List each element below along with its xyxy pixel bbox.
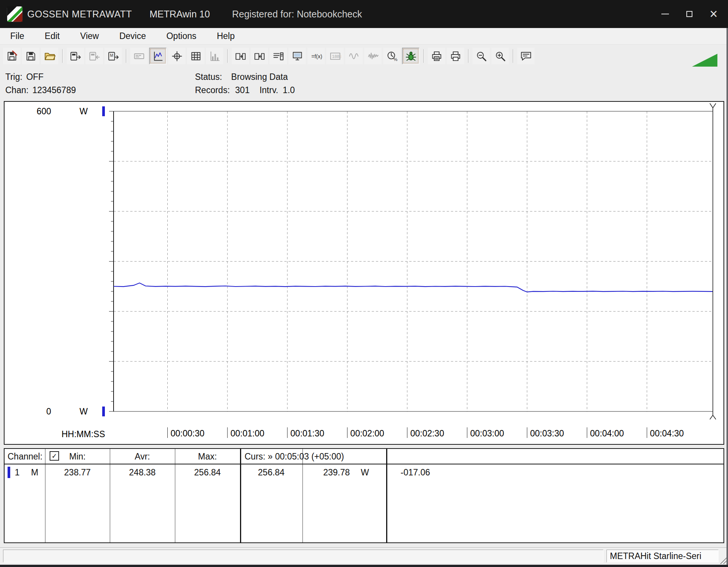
display-values-button[interactable] bbox=[130, 48, 148, 64]
close-button[interactable]: × bbox=[701, 0, 726, 28]
send-icon bbox=[235, 50, 246, 62]
floppy-icon bbox=[25, 50, 37, 62]
settings-list-icon bbox=[273, 50, 284, 62]
device-arrow-in-icon bbox=[89, 50, 100, 62]
debug-trigger-button[interactable] bbox=[402, 48, 419, 64]
read-from-device-button[interactable] bbox=[251, 48, 268, 64]
minimize-button[interactable] bbox=[653, 0, 677, 28]
svg-text:600: 600 bbox=[37, 106, 51, 116]
device-display-button[interactable]: 188.8 bbox=[326, 48, 344, 64]
menu-options[interactable]: Options bbox=[156, 28, 206, 44]
import-from-device-button[interactable] bbox=[86, 48, 103, 64]
bars-icon bbox=[209, 50, 221, 62]
trig-value: OFF bbox=[26, 72, 44, 82]
records-label: Records: bbox=[195, 85, 230, 95]
noise-waveform-button[interactable] bbox=[364, 48, 382, 64]
curve-view-button[interactable] bbox=[149, 48, 167, 64]
menu-device[interactable]: Device bbox=[109, 28, 156, 44]
save-button[interactable] bbox=[3, 48, 20, 64]
folder-open-icon bbox=[44, 50, 56, 62]
trigger-channel-block: Trig: OFF Chan: 123456789 bbox=[5, 70, 76, 97]
panel-icon: 188.8 bbox=[329, 50, 341, 62]
min-header: Min: bbox=[45, 452, 110, 462]
send-to-device-button[interactable] bbox=[232, 48, 249, 64]
bar-graph-view-button[interactable] bbox=[206, 48, 223, 64]
channel-number: 1 bbox=[15, 467, 20, 478]
channel-color-marker bbox=[8, 467, 10, 478]
fx-icon: =f(x) bbox=[310, 50, 322, 62]
y-axis-bottom-marker bbox=[102, 407, 105, 416]
column-separator-thick bbox=[240, 449, 241, 542]
column-separator bbox=[45, 449, 45, 542]
svg-text:=f(x): =f(x) bbox=[311, 53, 322, 59]
trig-label: Trig: bbox=[5, 72, 22, 82]
max-header: Max: bbox=[175, 452, 240, 462]
cursor-b-value: 239.78 bbox=[302, 467, 350, 478]
column-separator bbox=[110, 449, 110, 542]
axis-labels: 600W0WHH:MM:SS00:00:3000:01:0000:01:3000… bbox=[37, 106, 684, 439]
maximize-button[interactable] bbox=[677, 0, 701, 28]
maximize-icon bbox=[686, 11, 692, 17]
channel-header: Channel: bbox=[8, 452, 42, 462]
cursor-header: Curs: » 00:05:03 (+05:00) bbox=[245, 452, 344, 462]
toolbar-separator bbox=[513, 49, 514, 63]
toolbar-separator bbox=[62, 49, 63, 63]
online-monitor-button[interactable] bbox=[288, 48, 306, 64]
bug-icon bbox=[405, 50, 417, 62]
menu-view[interactable]: View bbox=[70, 28, 109, 44]
waveform-button[interactable] bbox=[345, 48, 363, 64]
annotation-button[interactable] bbox=[517, 48, 535, 64]
cursor-a-value: 256.84 bbox=[240, 467, 302, 478]
menu-file[interactable]: File bbox=[0, 28, 34, 44]
zoom-out-button[interactable] bbox=[472, 48, 490, 64]
avr-value: 248.38 bbox=[110, 467, 175, 478]
readout-table: Channel: ✓ Min: Avr: Max: Curs: » 00:05:… bbox=[4, 448, 724, 543]
header-separator bbox=[5, 464, 723, 464]
chart-svg[interactable]: 600W0WHH:MM:SS00:00:3000:01:0000:01:3000… bbox=[5, 102, 723, 444]
export-memory-button[interactable]: M bbox=[104, 48, 122, 64]
device-settings-button[interactable] bbox=[270, 48, 287, 64]
zoom-in-button[interactable] bbox=[491, 48, 509, 64]
grid-lines bbox=[114, 111, 713, 411]
cursor-unit: W bbox=[361, 467, 369, 478]
records-value: 301 bbox=[235, 85, 249, 95]
minimize-icon bbox=[661, 14, 669, 14]
svg-text:W: W bbox=[80, 407, 88, 416]
open-button[interactable] bbox=[41, 48, 58, 64]
save-as-button[interactable] bbox=[22, 48, 39, 64]
cursor-bottom-handle bbox=[710, 411, 716, 419]
interval-label: Intrv. bbox=[259, 85, 278, 95]
device-name: METRAHit Starline-Seri bbox=[610, 551, 701, 561]
speech-bubble-icon bbox=[520, 50, 532, 62]
print-button[interactable] bbox=[447, 48, 464, 64]
svg-text:00:02:00: 00:02:00 bbox=[350, 428, 384, 438]
sine-icon bbox=[348, 50, 360, 62]
window-edge-bottom bbox=[0, 565, 728, 567]
menu-help[interactable]: Help bbox=[207, 28, 245, 44]
status-bar: METRAHit Starline-Seri bbox=[0, 547, 728, 565]
registration-text: Registered for: Notebookcheck bbox=[232, 0, 362, 28]
crosshair-icon bbox=[171, 50, 183, 62]
svg-text:00:04:30: 00:04:30 bbox=[650, 428, 684, 438]
table-view-button[interactable] bbox=[187, 48, 204, 64]
window-edge-right bbox=[726, 28, 728, 567]
device-arrow-out-icon bbox=[70, 50, 81, 62]
vendor-name: GOSSEN METRAWATT bbox=[27, 0, 132, 28]
export-to-file-button[interactable] bbox=[67, 48, 84, 64]
svg-text:00:02:30: 00:02:30 bbox=[410, 428, 444, 438]
crosshair-view-button[interactable] bbox=[168, 48, 186, 64]
svg-text:188.8: 188.8 bbox=[332, 54, 341, 59]
status-records-block: Status: Browsing Data Records: 301 Intrv… bbox=[195, 70, 295, 97]
menu-edit[interactable]: Edit bbox=[34, 28, 70, 44]
chart-area: 600W0WHH:MM:SS00:00:3000:01:0000:01:3000… bbox=[4, 101, 724, 445]
noise-icon bbox=[367, 50, 379, 62]
print-preview-button[interactable] bbox=[428, 48, 445, 64]
time-settings-button[interactable]: % bbox=[383, 48, 401, 64]
title-bar: GOSSEN METRAWATT METRAwin 10 Registered … bbox=[0, 0, 728, 28]
resize-grip[interactable] bbox=[719, 556, 727, 564]
svg-text:0: 0 bbox=[46, 407, 51, 416]
window-controls: × bbox=[653, 0, 726, 28]
formula-button[interactable]: =f(x) bbox=[307, 48, 325, 64]
cursor-top-handle bbox=[710, 103, 716, 111]
clock-icon: % bbox=[386, 50, 398, 62]
